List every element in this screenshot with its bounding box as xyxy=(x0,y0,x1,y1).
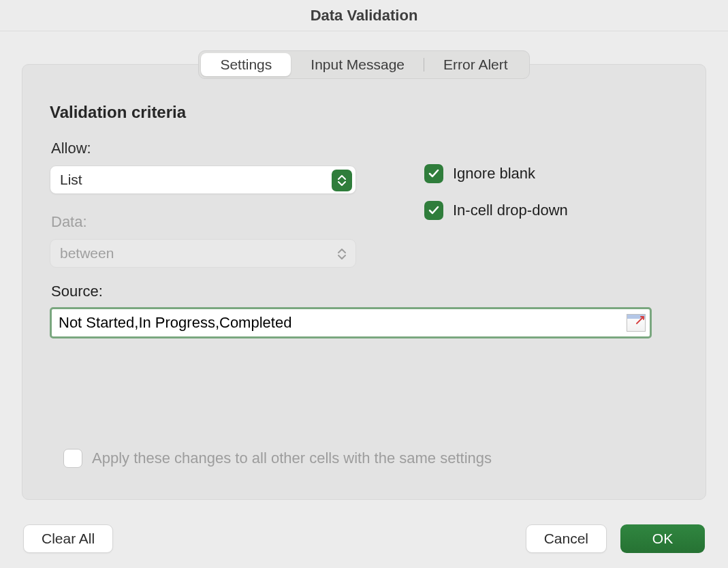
ignore-blank-checkbox[interactable] xyxy=(424,164,443,183)
incell-dropdown-label: In-cell drop-down xyxy=(453,202,568,219)
tab-bar: Settings Input Message Error Alert xyxy=(0,50,728,79)
cancel-button[interactable]: Cancel xyxy=(526,524,607,553)
settings-panel: Validation criteria Allow: List Data: be… xyxy=(22,64,706,500)
data-label: Data: xyxy=(51,213,356,231)
tab-settings[interactable]: Settings xyxy=(201,53,291,76)
checkmark-icon xyxy=(428,206,439,215)
criteria-left-column: Allow: List Data: between xyxy=(50,140,356,268)
clear-all-button[interactable]: Clear All xyxy=(23,524,113,553)
checkmark-icon xyxy=(428,169,439,178)
incell-dropdown-checkbox[interactable] xyxy=(424,201,443,220)
tab-input-message[interactable]: Input Message xyxy=(291,53,424,76)
criteria-right-column: Ignore blank In-cell drop-down xyxy=(424,140,689,268)
section-title: Validation criteria xyxy=(50,103,689,122)
dropdown-stepper-icon xyxy=(335,244,349,264)
dialog-title: Data Validation xyxy=(0,0,728,31)
apply-to-all-checkbox xyxy=(63,449,82,468)
ok-button[interactable]: OK xyxy=(620,524,705,553)
range-picker-icon[interactable] xyxy=(627,314,646,332)
allow-select-value: List xyxy=(60,172,82,188)
tab-segmented-control: Settings Input Message Error Alert xyxy=(198,50,529,79)
allow-label: Allow: xyxy=(51,140,356,157)
allow-select[interactable]: List xyxy=(50,165,356,194)
dialog-footer: Clear All Cancel OK xyxy=(0,524,728,553)
dropdown-stepper-icon xyxy=(332,170,352,191)
source-input[interactable] xyxy=(59,314,627,332)
apply-to-all-label: Apply these changes to all other cells w… xyxy=(92,449,492,467)
tab-error-alert[interactable]: Error Alert xyxy=(424,53,527,76)
data-select: between xyxy=(50,239,356,268)
data-select-value: between xyxy=(60,245,114,262)
ignore-blank-label: Ignore blank xyxy=(453,165,535,183)
source-input-container xyxy=(50,307,652,338)
source-label: Source: xyxy=(51,283,689,300)
